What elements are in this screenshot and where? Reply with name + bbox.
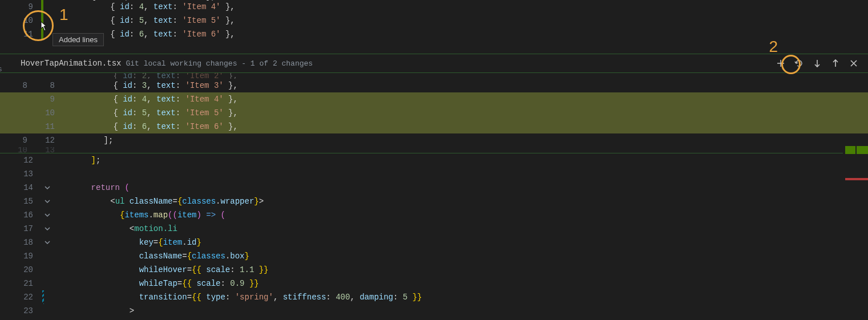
diff-new-lineno: 9: [31, 92, 62, 106]
diff-new-lineno: 13: [31, 147, 62, 153]
code-line[interactable]: 17 <motion.li: [0, 222, 868, 236]
next-change-icon[interactable]: [812, 58, 822, 68]
diff-old-lineno: 9: [0, 133, 31, 147]
fold-toggle-icon[interactable]: [40, 208, 55, 222]
editor-bottom-pane: 12 ];1314 return (15 <ul className={clas…: [0, 153, 868, 318]
line-number[interactable]: 23: [0, 304, 40, 318]
diff-peek-body: { id: 2, text: 'Item 2' },88 { id: 3, te…: [0, 73, 868, 153]
line-number[interactable]: 16: [0, 208, 40, 222]
code-line[interactable]: 10 { id: 5, text: 'Item 5' },: [0, 14, 868, 27]
code-line[interactable]: 22 transition={{ type: 'spring', stiffne…: [0, 290, 868, 304]
fold-toggle-icon[interactable]: [40, 236, 55, 249]
diff-new-lineno: 10: [31, 106, 62, 120]
diff-old-lineno: 10: [0, 147, 31, 153]
code-line[interactable]: 18 key={item.id}: [0, 236, 868, 249]
diff-subtitle: Git local working changes - 1 of 2 chang…: [126, 59, 313, 68]
line-number[interactable]: 22: [0, 290, 40, 304]
line-number[interactable]: 18: [0, 236, 40, 249]
code-line[interactable]: 20 whileHover={{ scale: 1.1 }}: [0, 263, 868, 277]
diff-peek-header: HoverTapAnimation.tsx Git local working …: [0, 54, 868, 73]
line-number[interactable]: 21: [0, 277, 40, 290]
diff-new-lineno: 11: [31, 120, 62, 133]
code-line[interactable]: 13: [0, 167, 868, 181]
fold-toggle-icon[interactable]: [40, 195, 55, 208]
line-number[interactable]: 17: [0, 222, 40, 236]
diff-new-lineno: 12: [31, 133, 62, 147]
diff-added-line[interactable]: 9 { id: 4, text: 'Item 4' },: [0, 92, 868, 106]
gutter-modified-indicator[interactable]: [42, 290, 44, 304]
previous-change-icon[interactable]: [830, 58, 841, 68]
diff-filename: HoverTapAnimation.tsx: [21, 59, 121, 68]
line-number[interactable]: 19: [0, 249, 40, 263]
line-number[interactable]: 13: [0, 167, 40, 181]
diff-context-line[interactable]: 912 ];: [0, 133, 868, 147]
diff-context-line[interactable]: 1013: [0, 147, 868, 153]
code-line[interactable]: 21 whileTap={{ scale: 0.9 }}: [0, 277, 868, 290]
fold-toggle-icon[interactable]: [40, 181, 55, 195]
line-number[interactable]: 14: [0, 181, 40, 195]
revert-change-icon[interactable]: [794, 58, 804, 68]
code-line[interactable]: 16 {items.map((item) => (: [0, 208, 868, 222]
code-line[interactable]: 23 >: [0, 304, 868, 318]
code-line[interactable]: 15 <ul className={classes.wrapper}>: [0, 195, 868, 208]
code-line[interactable]: 19 className={classes.box}: [0, 249, 868, 263]
diff-added-line[interactable]: 11 { id: 6, text: 'Item 6' },: [0, 120, 868, 133]
gutter-added-indicator[interactable]: [41, 0, 43, 40]
line-number[interactable]: 12: [0, 153, 40, 167]
diff-context-line[interactable]: 88 { id: 3, text: 'Item 3' },: [0, 79, 868, 92]
line-number[interactable]: 11: [0, 27, 40, 41]
code-line[interactable]: 14 return (: [0, 181, 868, 195]
diff-added-line[interactable]: 10 { id: 5, text: 'Item 5' },: [0, 106, 868, 120]
diff-toolbar: [776, 58, 862, 68]
fold-toggle-icon[interactable]: [40, 222, 55, 236]
line-number[interactable]: 9: [0, 0, 40, 14]
sidebar-edge-letter: s: [0, 65, 2, 74]
diff-new-lineno: 8: [31, 79, 62, 92]
diff-old-lineno: 8: [0, 79, 31, 92]
code-line[interactable]: 11 { id: 6, text: 'Item 6' },: [0, 27, 868, 41]
stage-change-icon[interactable]: [776, 58, 786, 68]
line-number[interactable]: 20: [0, 263, 40, 277]
line-number[interactable]: 15: [0, 195, 40, 208]
line-number[interactable]: 10: [0, 14, 40, 27]
editor-top-pane: 8 { id: 3, text: 'Item 3' }, 9 { id: 4, …: [0, 0, 868, 54]
close-diff-icon[interactable]: [849, 58, 859, 68]
code-line[interactable]: 12 ];: [0, 153, 868, 167]
